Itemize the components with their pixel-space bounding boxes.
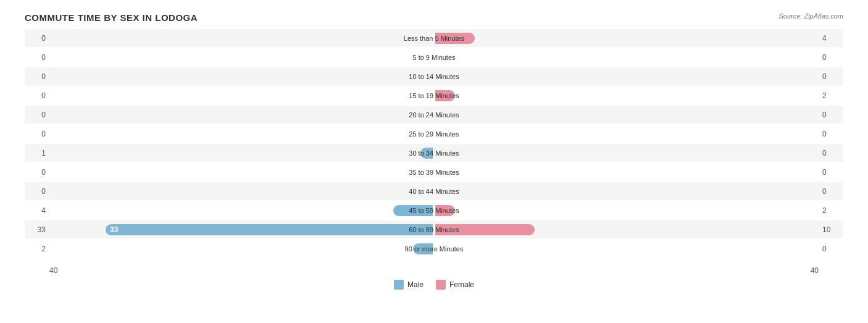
row-label: 35 to 39 Minutes — [409, 169, 459, 176]
bar-section: 25 to 29 Minutes — [49, 125, 819, 143]
male-bar-area — [49, 106, 434, 124]
female-value: 0 — [819, 53, 843, 62]
table-row: 035 to 39 Minutes0 — [25, 163, 843, 181]
chart-area: 0Less than 5 Minutes405 to 9 Minutes0010… — [25, 29, 843, 264]
female-value: 0 — [819, 111, 843, 119]
male-bar-area — [49, 144, 434, 162]
male-value: 0 — [25, 130, 49, 138]
bar-section: 20 to 24 Minutes — [49, 106, 819, 124]
female-bar-area — [434, 182, 819, 200]
female-value: 0 — [819, 72, 843, 81]
male-bar-area — [49, 163, 434, 181]
table-row: 290 or more Minutes0 — [25, 240, 843, 258]
male-value: 4 — [25, 206, 49, 215]
row-label: 15 to 19 Minutes — [409, 92, 459, 99]
row-label: 90 or more Minutes — [405, 245, 464, 253]
male-swatch — [394, 280, 404, 290]
female-bar-area — [434, 86, 819, 104]
male-value: 0 — [25, 111, 49, 119]
bar-section: 15 to 19 Minutes — [49, 86, 819, 104]
male-value: 1 — [25, 149, 49, 157]
female-bar-area — [434, 201, 819, 219]
row-label: 60 to 89 Minutes — [409, 226, 459, 233]
female-swatch — [436, 280, 446, 290]
row-label: 5 to 9 Minutes — [412, 54, 455, 61]
male-bar-area — [49, 201, 434, 219]
female-value: 0 — [819, 245, 843, 253]
bar-section: Less than 5 Minutes — [49, 29, 819, 47]
female-value: 0 — [819, 149, 843, 157]
chart-container: COMMUTE TIME BY SEX IN LODOGA Source: Zi… — [0, 0, 868, 323]
female-bar-area — [434, 144, 819, 162]
row-label: 40 to 44 Minutes — [409, 188, 459, 195]
male-bar-area — [49, 29, 434, 47]
female-bar-area — [434, 106, 819, 124]
bar-section: 10 to 14 Minutes — [49, 67, 819, 85]
table-row: 130 to 34 Minutes0 — [25, 144, 843, 162]
male-value: 0 — [25, 168, 49, 177]
table-row: 010 to 14 Minutes0 — [25, 67, 843, 85]
row-label: 30 to 34 Minutes — [409, 149, 459, 157]
male-value: 0 — [25, 187, 49, 196]
male-bar-area — [49, 182, 434, 200]
table-row: 040 to 44 Minutes0 — [25, 182, 843, 200]
female-bar-area — [434, 29, 819, 47]
bar-section: 90 or more Minutes — [49, 240, 819, 258]
male-value: 33 — [25, 225, 49, 234]
female-value: 0 — [819, 130, 843, 138]
male-label: Male — [407, 280, 424, 289]
axis-left-label: 40 — [49, 266, 57, 275]
male-bar-area — [49, 240, 434, 258]
female-bar-area — [434, 220, 819, 238]
female-bar-area — [434, 48, 819, 66]
female-bar-area — [434, 240, 819, 258]
male-bar-area — [49, 67, 434, 85]
table-row: 015 to 19 Minutes2 — [25, 86, 843, 104]
male-bar-area: 33 — [49, 220, 434, 238]
row-label: 45 to 59 Minutes — [409, 207, 459, 214]
legend-female: Female — [436, 280, 474, 290]
male-bar-area — [49, 86, 434, 104]
row-label: Less than 5 Minutes — [404, 35, 464, 42]
female-label: Female — [449, 280, 474, 289]
row-label: 20 to 24 Minutes — [409, 111, 459, 119]
bar-section: 5 to 9 Minutes — [49, 48, 819, 66]
legend: Male Female — [25, 280, 843, 290]
bar-section: 45 to 59 Minutes — [49, 201, 819, 219]
male-value: 0 — [25, 34, 49, 43]
female-value: 0 — [819, 168, 843, 177]
table-row: 05 to 9 Minutes0 — [25, 48, 843, 66]
bar-section: 30 to 34 Minutes — [49, 144, 819, 162]
female-value: 4 — [819, 34, 843, 43]
bar-section: 40 to 44 Minutes — [49, 182, 819, 200]
male-value: 0 — [25, 91, 49, 100]
male-value: 0 — [25, 72, 49, 81]
table-row: 333360 to 89 Minutes10 — [25, 220, 843, 238]
row-label: 10 to 14 Minutes — [409, 73, 459, 80]
male-bar-area — [49, 125, 434, 143]
female-value: 0 — [819, 187, 843, 196]
bar-section: 3360 to 89 Minutes — [49, 220, 819, 238]
male-value: 2 — [25, 245, 49, 253]
axis-right-label: 40 — [811, 266, 819, 275]
female-bar-area — [434, 67, 819, 85]
source-text: Source: ZipAtlas.com — [778, 12, 843, 20]
bar-section: 35 to 39 Minutes — [49, 163, 819, 181]
row-label: 25 to 29 Minutes — [409, 130, 459, 138]
male-bar: 33 — [106, 224, 433, 235]
female-value: 2 — [819, 91, 843, 100]
legend-male: Male — [394, 280, 424, 290]
table-row: 020 to 24 Minutes0 — [25, 106, 843, 124]
female-bar-area — [434, 163, 819, 181]
male-bar-area — [49, 48, 434, 66]
male-value: 0 — [25, 53, 49, 62]
female-value: 10 — [819, 225, 843, 234]
table-row: 0Less than 5 Minutes4 — [25, 29, 843, 47]
female-value: 2 — [819, 206, 843, 215]
table-row: 025 to 29 Minutes0 — [25, 125, 843, 143]
female-bar-area — [434, 125, 819, 143]
chart-title: COMMUTE TIME BY SEX IN LODOGA — [25, 12, 843, 23]
table-row: 445 to 59 Minutes2 — [25, 201, 843, 219]
male-badge: 33 — [106, 225, 122, 235]
axis-bottom: 40 40 — [25, 264, 843, 275]
